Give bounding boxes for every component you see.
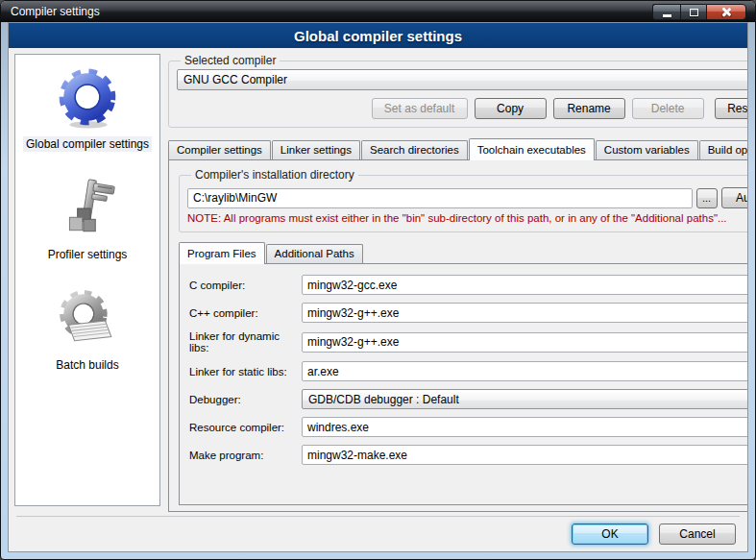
selected-compiler-group: Selected compiler GNU GCC Compiler Set a…: [168, 54, 747, 128]
copy-button[interactable]: Copy: [475, 98, 547, 119]
field-label: Make program:: [189, 450, 297, 461]
window-title: Compiler settings: [1, 5, 100, 18]
page-title: Global compiler settings: [294, 28, 462, 44]
program-files-panel: C compiler: ... C++ compiler: ... Linker…: [179, 263, 747, 505]
field-row-make-program: Make program: ...: [189, 445, 747, 465]
installation-directory-legend: Compiler's installation directory: [191, 168, 358, 182]
field-row-debugger: Debugger: GDB/CDB debugger : Default: [189, 389, 747, 409]
program-files-tabbar: Program Files Additional Paths: [179, 241, 747, 263]
field-label: C compiler:: [189, 280, 297, 291]
window-controls: [652, 4, 746, 20]
minimize-button[interactable]: [652, 4, 680, 20]
tab-linker-settings[interactable]: Linker settings: [272, 140, 360, 159]
field-label: Linker for static libs:: [189, 366, 297, 377]
toolchain-executables-panel: Compiler's installation directory ... Au…: [168, 159, 747, 512]
close-button[interactable]: [706, 4, 746, 20]
field-row-cpp-compiler: C++ compiler: ...: [189, 303, 747, 323]
dialog-footer: OK Cancel: [9, 517, 747, 551]
gray-gear-stack-icon: [56, 287, 119, 351]
browse-directory-button[interactable]: ...: [696, 188, 718, 208]
tab-search-directories[interactable]: Search directories: [361, 140, 468, 159]
dialog-header: Global compiler settings: [9, 23, 747, 48]
ok-button[interactable]: OK: [572, 523, 648, 545]
sidebar-item-profiler-settings[interactable]: Profiler settings: [45, 177, 131, 262]
selected-compiler-combobox[interactable]: GNU GCC Compiler: [177, 69, 747, 90]
tab-custom-variables[interactable]: Custom variables: [596, 140, 698, 159]
selected-compiler-legend: Selected compiler: [181, 54, 280, 67]
field-row-c-compiler: C compiler: ...: [189, 275, 747, 295]
debugger-value: GDB/CDB debugger : Default: [308, 393, 747, 406]
compiler-settings-window: Compiler settings Global compiler settin…: [0, 0, 756, 560]
linker-dynamic-input[interactable]: [302, 332, 747, 353]
minimize-icon: [663, 14, 671, 17]
installation-directory-row: ... Auto-detect: [187, 187, 747, 208]
field-label: Linker for dynamic libs:: [189, 330, 297, 353]
selected-compiler-value: GNU GCC Compiler: [183, 73, 747, 86]
maximize-button[interactable]: [680, 4, 706, 20]
cpp-compiler-input[interactable]: [302, 303, 747, 323]
settings-category-sidebar: Global compiler settings: [14, 54, 160, 506]
field-label: Resource compiler:: [189, 422, 297, 433]
installation-directory-group: Compiler's installation directory ... Au…: [179, 168, 747, 232]
set-as-default-button[interactable]: Set as default: [372, 98, 468, 119]
field-label: Debugger:: [189, 394, 297, 405]
tab-additional-paths[interactable]: Additional Paths: [266, 244, 363, 263]
reset-defaults-button[interactable]: Reset defaults: [715, 98, 747, 119]
sidebar-item-global-compiler-settings[interactable]: Global compiler settings: [23, 66, 152, 152]
tab-toolchain-executables[interactable]: Toolchain executables: [469, 138, 595, 160]
delete-button[interactable]: Delete: [632, 98, 704, 119]
cancel-button[interactable]: Cancel: [659, 523, 736, 545]
linker-static-input[interactable]: [302, 361, 747, 381]
tab-build-options[interactable]: Build options: [699, 140, 747, 159]
blue-gear-icon: [56, 66, 119, 130]
make-program-input[interactable]: [302, 445, 747, 465]
installation-note: NOTE: All programs must exist either in …: [187, 212, 747, 224]
field-row-linker-dynamic: Linker for dynamic libs: ...: [189, 330, 747, 353]
tab-compiler-settings[interactable]: Compiler settings: [168, 140, 271, 159]
caliper-icon: [56, 177, 119, 240]
main-panel: Selected compiler GNU GCC Compiler Set a…: [168, 54, 747, 512]
sidebar-item-label: Global compiler settings: [23, 136, 152, 152]
titlebar[interactable]: Compiler settings: [1, 1, 755, 22]
sidebar-item-label: Profiler settings: [45, 247, 131, 262]
sidebar-item-label: Batch builds: [53, 357, 121, 373]
close-icon: [721, 7, 732, 17]
tab-program-files[interactable]: Program Files: [179, 242, 265, 264]
maximize-icon: [690, 9, 698, 16]
compiler-settings-tabbar: Compiler settings Linker settings Search…: [168, 137, 747, 159]
debugger-combobox[interactable]: GDB/CDB debugger : Default: [302, 389, 747, 409]
field-label: C++ compiler:: [189, 307, 297, 319]
c-compiler-input[interactable]: [302, 275, 747, 295]
field-row-linker-static: Linker for static libs: ...: [189, 361, 747, 381]
field-row-resource-compiler: Resource compiler: ...: [189, 417, 747, 437]
resource-compiler-input[interactable]: [302, 417, 747, 437]
dialog-client-area: Global compiler settings: [8, 22, 748, 552]
rename-button[interactable]: Rename: [553, 98, 625, 119]
sidebar-item-batch-builds[interactable]: Batch builds: [53, 287, 121, 373]
compiler-buttons-row: Set as default Copy Rename Delete Reset …: [177, 98, 747, 119]
auto-detect-button[interactable]: Auto-detect: [721, 187, 747, 208]
installation-directory-input[interactable]: [187, 188, 693, 208]
dialog-content: Global compiler settings: [9, 48, 747, 512]
